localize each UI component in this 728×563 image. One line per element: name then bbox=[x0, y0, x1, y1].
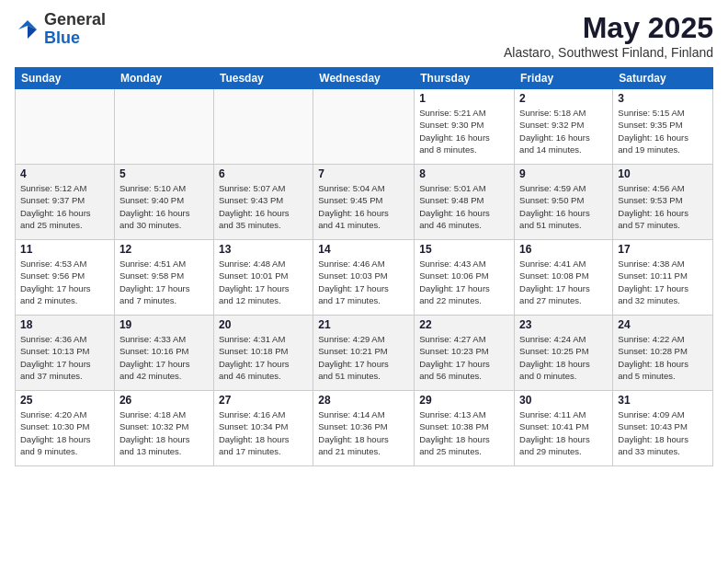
day-info: Sunrise: 4:56 AM Sunset: 9:53 PM Dayligh… bbox=[618, 182, 708, 231]
day-number: 16 bbox=[519, 243, 608, 256]
calendar-cell-0-5: 2Sunrise: 5:18 AM Sunset: 9:32 PM Daylig… bbox=[515, 89, 613, 165]
calendar-week-row-1: 4Sunrise: 5:12 AM Sunset: 9:37 PM Daylig… bbox=[16, 165, 713, 240]
day-number: 7 bbox=[318, 167, 409, 180]
day-info: Sunrise: 5:12 AM Sunset: 9:37 PM Dayligh… bbox=[20, 182, 109, 231]
day-number: 25 bbox=[20, 394, 109, 407]
calendar-cell-1-2: 6Sunrise: 5:07 AM Sunset: 9:43 PM Daylig… bbox=[213, 165, 313, 240]
day-info: Sunrise: 4:09 AM Sunset: 10:43 PM Daylig… bbox=[618, 408, 708, 457]
calendar-cell-0-3 bbox=[313, 89, 415, 165]
day-info: Sunrise: 4:24 AM Sunset: 10:25 PM Daylig… bbox=[519, 333, 608, 382]
location-title: Alastaro, Southwest Finland, Finland bbox=[504, 45, 713, 60]
day-number: 11 bbox=[20, 243, 109, 256]
day-number: 6 bbox=[219, 167, 308, 180]
calendar-cell-4-4: 29Sunrise: 4:13 AM Sunset: 10:38 PM Dayl… bbox=[415, 391, 515, 466]
day-number: 26 bbox=[119, 394, 209, 407]
day-info: Sunrise: 5:18 AM Sunset: 9:32 PM Dayligh… bbox=[519, 107, 608, 155]
day-info: Sunrise: 5:10 AM Sunset: 9:40 PM Dayligh… bbox=[119, 182, 209, 231]
day-info: Sunrise: 4:48 AM Sunset: 10:01 PM Daylig… bbox=[219, 258, 308, 306]
day-number: 18 bbox=[20, 318, 109, 331]
day-info: Sunrise: 4:20 AM Sunset: 10:30 PM Daylig… bbox=[20, 408, 109, 457]
day-number: 19 bbox=[119, 318, 209, 331]
header-wednesday: Wednesday bbox=[313, 68, 415, 89]
calendar-cell-4-3: 28Sunrise: 4:14 AM Sunset: 10:36 PM Dayl… bbox=[313, 391, 415, 466]
day-number: 2 bbox=[519, 92, 608, 105]
day-info: Sunrise: 4:46 AM Sunset: 10:03 PM Daylig… bbox=[318, 258, 409, 306]
header-tuesday: Tuesday bbox=[213, 68, 313, 89]
day-number: 10 bbox=[618, 167, 708, 180]
day-info: Sunrise: 4:22 AM Sunset: 10:28 PM Daylig… bbox=[618, 333, 708, 382]
calendar-week-row-0: 1Sunrise: 5:21 AM Sunset: 9:30 PM Daylig… bbox=[16, 89, 713, 165]
calendar-cell-1-1: 5Sunrise: 5:10 AM Sunset: 9:40 PM Daylig… bbox=[114, 165, 213, 240]
header-thursday: Thursday bbox=[415, 68, 515, 89]
day-number: 15 bbox=[419, 243, 509, 256]
calendar-cell-3-5: 23Sunrise: 4:24 AM Sunset: 10:25 PM Dayl… bbox=[515, 316, 613, 391]
day-info: Sunrise: 4:59 AM Sunset: 9:50 PM Dayligh… bbox=[519, 182, 608, 231]
day-info: Sunrise: 5:15 AM Sunset: 9:35 PM Dayligh… bbox=[618, 107, 708, 155]
calendar-cell-2-3: 14Sunrise: 4:46 AM Sunset: 10:03 PM Dayl… bbox=[313, 240, 415, 316]
calendar-cell-0-2 bbox=[213, 89, 313, 165]
svg-marker-1 bbox=[28, 26, 37, 39]
calendar-cell-4-5: 30Sunrise: 4:11 AM Sunset: 10:41 PM Dayl… bbox=[515, 391, 613, 466]
calendar-cell-1-4: 8Sunrise: 5:01 AM Sunset: 9:48 PM Daylig… bbox=[415, 165, 515, 240]
day-info: Sunrise: 4:41 AM Sunset: 10:08 PM Daylig… bbox=[519, 258, 608, 306]
calendar-cell-2-4: 15Sunrise: 4:43 AM Sunset: 10:06 PM Dayl… bbox=[415, 240, 515, 316]
calendar-cell-0-0 bbox=[16, 89, 115, 165]
calendar-cell-0-1 bbox=[114, 89, 213, 165]
calendar-cell-2-5: 16Sunrise: 4:41 AM Sunset: 10:08 PM Dayl… bbox=[515, 240, 613, 316]
calendar-cell-2-2: 13Sunrise: 4:48 AM Sunset: 10:01 PM Dayl… bbox=[213, 240, 313, 316]
day-number: 23 bbox=[519, 318, 608, 331]
day-number: 8 bbox=[419, 167, 509, 180]
day-info: Sunrise: 4:11 AM Sunset: 10:41 PM Daylig… bbox=[519, 408, 608, 457]
calendar-cell-2-1: 12Sunrise: 4:51 AM Sunset: 9:58 PM Dayli… bbox=[114, 240, 213, 316]
day-number: 24 bbox=[618, 318, 708, 331]
calendar-cell-3-2: 20Sunrise: 4:31 AM Sunset: 10:18 PM Dayl… bbox=[213, 316, 313, 391]
header-monday: Monday bbox=[114, 68, 213, 89]
weekday-header-row: Sunday Monday Tuesday Wednesday Thursday… bbox=[16, 68, 713, 89]
day-info: Sunrise: 4:51 AM Sunset: 9:58 PM Dayligh… bbox=[119, 258, 209, 306]
day-info: Sunrise: 4:33 AM Sunset: 10:16 PM Daylig… bbox=[119, 333, 209, 382]
day-number: 22 bbox=[419, 318, 509, 331]
calendar-cell-4-6: 31Sunrise: 4:09 AM Sunset: 10:43 PM Dayl… bbox=[613, 391, 713, 466]
day-info: Sunrise: 4:53 AM Sunset: 9:56 PM Dayligh… bbox=[20, 258, 109, 306]
logo-icon bbox=[15, 17, 40, 42]
day-number: 20 bbox=[219, 318, 308, 331]
header-saturday: Saturday bbox=[613, 68, 713, 89]
calendar-week-row-3: 18Sunrise: 4:36 AM Sunset: 10:13 PM Dayl… bbox=[16, 316, 713, 391]
calendar-cell-3-4: 22Sunrise: 4:27 AM Sunset: 10:23 PM Dayl… bbox=[415, 316, 515, 391]
calendar-cell-1-6: 10Sunrise: 4:56 AM Sunset: 9:53 PM Dayli… bbox=[613, 165, 713, 240]
day-info: Sunrise: 4:36 AM Sunset: 10:13 PM Daylig… bbox=[20, 333, 109, 382]
day-number: 14 bbox=[318, 243, 409, 256]
day-info: Sunrise: 4:18 AM Sunset: 10:32 PM Daylig… bbox=[119, 408, 209, 457]
day-number: 31 bbox=[618, 394, 708, 407]
day-number: 12 bbox=[119, 243, 209, 256]
day-info: Sunrise: 4:13 AM Sunset: 10:38 PM Daylig… bbox=[419, 408, 509, 457]
calendar-cell-3-3: 21Sunrise: 4:29 AM Sunset: 10:21 PM Dayl… bbox=[313, 316, 415, 391]
day-info: Sunrise: 5:21 AM Sunset: 9:30 PM Dayligh… bbox=[419, 107, 509, 155]
header: General Blue May 2025 Alastaro, Southwes… bbox=[15, 11, 713, 60]
logo: General Blue bbox=[15, 11, 106, 48]
day-info: Sunrise: 4:14 AM Sunset: 10:36 PM Daylig… bbox=[318, 408, 409, 457]
calendar-cell-1-3: 7Sunrise: 5:04 AM Sunset: 9:45 PM Daylig… bbox=[313, 165, 415, 240]
calendar-cell-3-6: 24Sunrise: 4:22 AM Sunset: 10:28 PM Dayl… bbox=[613, 316, 713, 391]
day-info: Sunrise: 5:01 AM Sunset: 9:48 PM Dayligh… bbox=[419, 182, 509, 231]
day-info: Sunrise: 4:27 AM Sunset: 10:23 PM Daylig… bbox=[419, 333, 509, 382]
day-number: 4 bbox=[20, 167, 109, 180]
calendar-cell-4-2: 27Sunrise: 4:16 AM Sunset: 10:34 PM Dayl… bbox=[213, 391, 313, 466]
day-number: 29 bbox=[419, 394, 509, 407]
day-number: 3 bbox=[618, 92, 708, 105]
calendar-week-row-4: 25Sunrise: 4:20 AM Sunset: 10:30 PM Dayl… bbox=[16, 391, 713, 466]
day-number: 21 bbox=[318, 318, 409, 331]
calendar-cell-0-6: 3Sunrise: 5:15 AM Sunset: 9:35 PM Daylig… bbox=[613, 89, 713, 165]
day-info: Sunrise: 4:31 AM Sunset: 10:18 PM Daylig… bbox=[219, 333, 308, 382]
day-info: Sunrise: 4:29 AM Sunset: 10:21 PM Daylig… bbox=[318, 333, 409, 382]
day-number: 9 bbox=[519, 167, 608, 180]
day-number: 27 bbox=[219, 394, 308, 407]
calendar-cell-4-1: 26Sunrise: 4:18 AM Sunset: 10:32 PM Dayl… bbox=[114, 391, 213, 466]
day-number: 1 bbox=[419, 92, 509, 105]
title-block: May 2025 Alastaro, Southwest Finland, Fi… bbox=[504, 11, 713, 60]
day-info: Sunrise: 4:43 AM Sunset: 10:06 PM Daylig… bbox=[419, 258, 509, 306]
day-number: 17 bbox=[618, 243, 708, 256]
day-number: 13 bbox=[219, 243, 308, 256]
month-title: May 2025 bbox=[504, 11, 713, 45]
calendar-cell-3-0: 18Sunrise: 4:36 AM Sunset: 10:13 PM Dayl… bbox=[16, 316, 115, 391]
